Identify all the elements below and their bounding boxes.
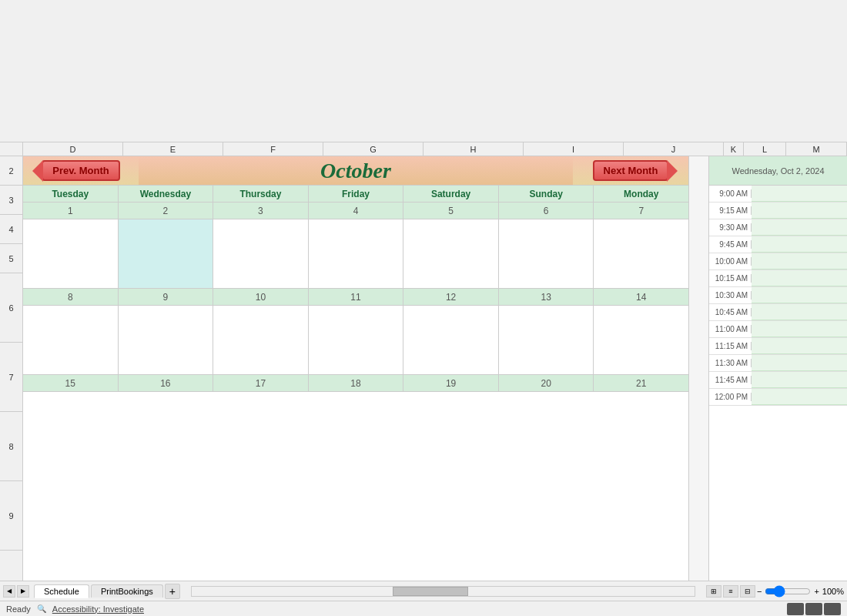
zoom-slider[interactable] bbox=[765, 585, 811, 598]
tab-schedule[interactable]: Schedule bbox=[34, 584, 89, 598]
time-content-1045[interactable] bbox=[752, 304, 847, 320]
cell-w2-tue[interactable] bbox=[23, 306, 119, 374]
cell-w1-fri[interactable] bbox=[309, 219, 404, 288]
cell-w1-mon[interactable] bbox=[594, 219, 688, 288]
tab-next-btn[interactable]: ▶ bbox=[17, 585, 29, 598]
time-label-945: 9:45 AM bbox=[709, 240, 752, 249]
cell-w2-wed[interactable] bbox=[119, 306, 214, 374]
settings-btn[interactable] bbox=[824, 603, 841, 615]
time-slot-915[interactable]: 9:15 AM bbox=[709, 203, 847, 219]
time-slot-1030[interactable]: 10:30 AM bbox=[709, 287, 847, 304]
time-content-915[interactable] bbox=[752, 203, 847, 219]
col-header-i: I bbox=[524, 142, 624, 156]
prev-month-label: Prev. Month bbox=[52, 165, 109, 176]
col-header-e: E bbox=[123, 142, 223, 156]
day-header-tue: Tuesday bbox=[23, 186, 119, 202]
row-num-2: 2 bbox=[0, 156, 22, 186]
cell-w2-sun[interactable] bbox=[499, 306, 594, 374]
row-num-3: 3 bbox=[0, 186, 22, 215]
date-15: 15 bbox=[23, 375, 119, 391]
date-2: 2 bbox=[119, 203, 214, 219]
tab-prev-btn[interactable]: ◀ bbox=[3, 585, 15, 598]
tab-navigation: ◀ ▶ bbox=[3, 585, 29, 598]
zoom-minus[interactable]: − bbox=[757, 587, 762, 596]
cell-w2-fri[interactable] bbox=[309, 306, 404, 374]
tab-bar: ◀ ▶ Schedule PrintBookings + ⊞ ≡ ⊟ − + 1… bbox=[0, 581, 847, 601]
media-btn-1[interactable] bbox=[787, 603, 804, 615]
time-content-1015[interactable] bbox=[752, 270, 847, 286]
time-content-1130[interactable] bbox=[752, 355, 847, 371]
time-content-930[interactable] bbox=[752, 219, 847, 236]
date-12: 12 bbox=[403, 289, 499, 305]
time-slot-900[interactable]: 9:00 AM bbox=[709, 186, 847, 203]
time-slot-930[interactable]: 9:30 AM bbox=[709, 219, 847, 236]
time-content-1100[interactable] bbox=[752, 321, 847, 337]
time-content-1145[interactable] bbox=[752, 372, 847, 388]
col-header-g: G bbox=[323, 142, 424, 156]
time-slot-1130[interactable]: 11:30 AM bbox=[709, 355, 847, 372]
date-21: 21 bbox=[594, 375, 688, 391]
time-slot-1015[interactable]: 10:15 AM bbox=[709, 270, 847, 287]
cell-w1-wed[interactable] bbox=[119, 219, 214, 288]
date-13: 13 bbox=[499, 289, 594, 305]
page-break-btn[interactable]: ⊟ bbox=[740, 585, 755, 598]
time-content-1000[interactable] bbox=[752, 253, 847, 270]
cell-w2-thu[interactable] bbox=[213, 306, 309, 374]
main-grid: Prev. Month October Next Month bbox=[23, 156, 847, 581]
time-content-945[interactable] bbox=[752, 236, 847, 253]
accessibility-text[interactable]: Accessibility: Investigate bbox=[52, 604, 144, 614]
next-month-arrow: Next Month bbox=[593, 160, 669, 181]
time-slot-1115[interactable]: 11:15 AM bbox=[709, 338, 847, 355]
time-label-1015: 10:15 AM bbox=[709, 274, 752, 283]
media-controls bbox=[787, 603, 841, 615]
date-7: 7 bbox=[594, 203, 688, 219]
time-slot-1145[interactable]: 11:45 AM bbox=[709, 372, 847, 389]
scrollbar-thumb[interactable] bbox=[393, 587, 468, 596]
time-label-1030: 10:30 AM bbox=[709, 291, 752, 300]
prev-month-button[interactable]: Prev. Month bbox=[42, 160, 119, 181]
time-slot-1200[interactable]: 12:00 PM bbox=[709, 389, 847, 406]
row-num-5: 5 bbox=[0, 244, 22, 273]
page-layout-btn[interactable]: ≡ bbox=[723, 585, 738, 598]
next-month-button[interactable]: Next Month bbox=[593, 160, 669, 181]
add-sheet-button[interactable]: + bbox=[165, 584, 180, 599]
cell-w2-mon[interactable] bbox=[594, 306, 688, 374]
time-content-1030[interactable] bbox=[752, 287, 847, 303]
normal-view-btn[interactable]: ⊞ bbox=[706, 585, 721, 598]
week2-dates: 8 9 10 11 12 13 14 bbox=[23, 289, 688, 306]
next-month-label: Next Month bbox=[604, 165, 658, 176]
selected-date-label: Wednesday, Oct 2, 2024 bbox=[732, 166, 824, 176]
row-num-7: 7 bbox=[0, 343, 22, 412]
spreadsheet-area: D E F G H I J K L M 2 3 4 5 6 7 8 9 10 bbox=[0, 142, 847, 581]
date-9: 9 bbox=[119, 289, 214, 305]
time-slot-1045[interactable]: 10:45 AM bbox=[709, 304, 847, 321]
date-6: 6 bbox=[499, 203, 594, 219]
zoom-plus[interactable]: + bbox=[814, 587, 819, 596]
media-btn-2[interactable] bbox=[805, 603, 822, 615]
time-content-900[interactable] bbox=[752, 186, 847, 202]
date-11: 11 bbox=[309, 289, 404, 305]
time-content-1115[interactable] bbox=[752, 338, 847, 354]
time-content-1200[interactable] bbox=[752, 389, 847, 405]
row-num-9: 9 bbox=[0, 481, 22, 551]
cell-w1-thu[interactable] bbox=[213, 219, 309, 288]
row-num-4: 4 bbox=[0, 215, 22, 244]
cell-w1-sun[interactable] bbox=[499, 219, 594, 288]
cell-w1-sat[interactable] bbox=[403, 219, 499, 288]
row-num-8: 8 bbox=[0, 412, 22, 481]
time-slot-1000[interactable]: 10:00 AM bbox=[709, 253, 847, 270]
cell-w1-tue[interactable] bbox=[23, 219, 119, 288]
day-header-wed: Wednesday bbox=[119, 186, 214, 202]
col-header-d: D bbox=[23, 142, 123, 156]
time-slot-1100[interactable]: 11:00 AM bbox=[709, 321, 847, 338]
date-8: 8 bbox=[23, 289, 119, 305]
horizontal-scrollbar[interactable] bbox=[191, 586, 695, 597]
time-slot-945[interactable]: 9:45 AM bbox=[709, 236, 847, 253]
ribbon-area bbox=[0, 0, 847, 142]
time-label-1145: 11:45 AM bbox=[709, 376, 752, 384]
col-headers: D E F G H I J K L M bbox=[0, 142, 847, 156]
next-month-cell: Next Month bbox=[573, 156, 688, 185]
scrollbar-container bbox=[182, 586, 705, 597]
tab-print-bookings[interactable]: PrintBookings bbox=[91, 584, 163, 598]
cell-w2-sat[interactable] bbox=[403, 306, 499, 374]
